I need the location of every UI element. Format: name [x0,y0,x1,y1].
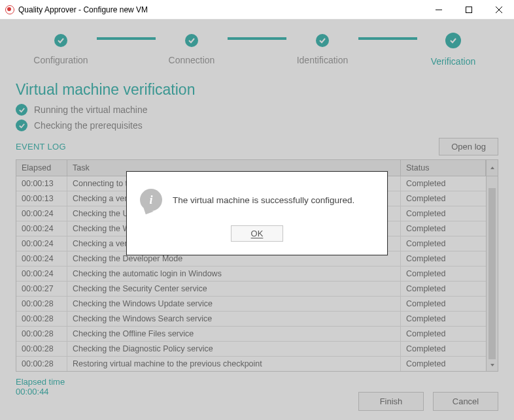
ok-button[interactable]: OK [231,225,283,242]
window-title: Quality Approver - Configure new VM [18,5,148,14]
maximize-button[interactable] [454,0,484,20]
ok-button-label: OK [251,229,264,238]
info-icon: i [140,189,162,211]
svg-rect-1 [466,7,472,12]
close-button[interactable] [484,0,514,20]
titlebar: Quality Approver - Configure new VM [0,0,514,20]
dialog-message: The virtual machine is successfully conf… [173,195,354,205]
modal-overlay: i The virtual machine is successfully co… [0,20,514,420]
success-dialog: i The virtual machine is successfully co… [126,171,388,255]
minimize-button[interactable] [424,0,454,20]
app-icon [5,5,14,14]
